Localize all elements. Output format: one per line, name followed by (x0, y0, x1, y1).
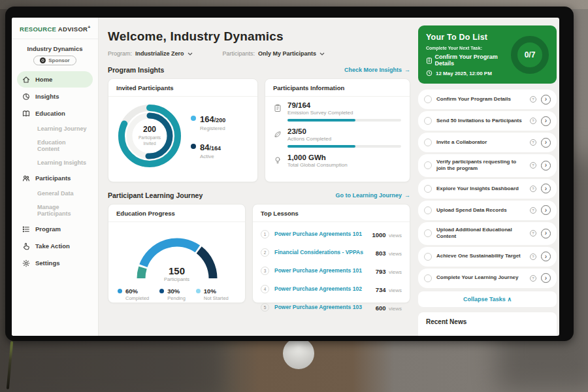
lesson-rank: 4 (261, 285, 269, 293)
home-icon (22, 75, 31, 84)
chevron-right-icon[interactable]: › (541, 184, 551, 193)
sidebar-item[interactable]: Education Content (17, 136, 93, 155)
participants-filter[interactable]: Participants: Only My Participants (223, 50, 325, 57)
lesson-row: 1 Power Purchase Agreements 101 1000 vie… (261, 225, 402, 243)
sidebar-item[interactable]: Home (17, 71, 93, 88)
legend-bullet (191, 116, 196, 121)
chevron-right-icon[interactable]: › (541, 138, 551, 148)
go-to-learning-journey-link[interactable]: Go to Learning Journey → (335, 192, 410, 199)
todo-progress-ring: 0/7 (511, 36, 549, 74)
education-progress-legend: 60% Completed 30% Pending 10% Not Starte… (108, 282, 245, 301)
chevron-right-icon[interactable]: › (541, 161, 551, 171)
lesson-link[interactable]: Financial Considerations - VPPAs (274, 249, 370, 255)
task-checkbox[interactable] (424, 206, 432, 214)
page-title: Welcome, Industry Dynamics (108, 29, 410, 44)
arrow-right-icon: → (404, 67, 410, 73)
lesson-row: 5 Power Purchase Agreements 103 600 view… (261, 298, 402, 316)
education-progress-card: Education Progress 150 Participants 60% … (108, 204, 246, 303)
participants-info-row: 1,000 GWh Total Global Consumption (274, 154, 401, 168)
todo-task[interactable]: Upload Spend Data Records ? › (418, 201, 557, 220)
sidebar-item[interactable]: Participants (17, 170, 93, 186)
sidebar-item[interactable]: Manage Participants (17, 201, 93, 220)
sidebar-item[interactable]: Take Action (17, 238, 93, 254)
help-icon: ? (530, 207, 536, 214)
todo-title: Your To Do List (426, 33, 507, 42)
todo-task[interactable]: Invite a Collaborator ? › (418, 133, 557, 152)
chevron-right-icon[interactable]: › (541, 116, 551, 126)
sidebar-item[interactable]: Learning Insights (17, 156, 93, 169)
sidebar-item[interactable]: Education (17, 105, 93, 122)
monitor-stand (283, 338, 314, 369)
section-title-program-insights: Program Insights (108, 66, 164, 74)
task-checkbox[interactable] (424, 253, 432, 261)
lesson-row: 4 Power Purchase Agreements 102 734 view… (261, 280, 402, 298)
sidebar-item[interactable]: Insights (17, 88, 93, 105)
lesson-rank: 1 (261, 230, 269, 238)
sponsor-badge: Sponsor (33, 56, 76, 65)
legend-bullet (118, 289, 122, 293)
task-checkbox[interactable] (424, 185, 432, 193)
program-filter[interactable]: Program: Industrialize Zero (108, 50, 193, 57)
chevron-down-icon (188, 52, 193, 56)
progress-bar (287, 145, 401, 148)
lesson-rank: 2 (261, 248, 269, 257)
task-checkbox[interactable] (424, 117, 432, 125)
sidebar-item[interactable]: Program (17, 221, 93, 237)
task-checkbox[interactable] (424, 161, 432, 169)
lesson-rank: 3 (261, 267, 269, 275)
actions-icon (274, 129, 282, 141)
help-icon: ? (530, 253, 536, 260)
logo-primary: RESOURCE (20, 25, 56, 33)
task-checkbox[interactable] (424, 229, 432, 237)
lesson-link[interactable]: Power Purchase Agreements 101 (274, 267, 370, 274)
lesson-link[interactable]: Power Purchase Agreements 103 (274, 304, 370, 310)
todo-task[interactable]: Complete Your Learning Journey ? › (418, 269, 557, 288)
check-more-insights-link[interactable]: Check More Insights → (344, 67, 410, 73)
lesson-link[interactable]: Power Purchase Agreements 102 (274, 286, 370, 292)
sidebar-item[interactable]: Learning Journey (17, 122, 93, 135)
chevron-right-icon[interactable]: › (541, 252, 551, 261)
collapse-tasks-link[interactable]: Collapse Tasks ∧ (418, 291, 557, 307)
sidebar-item[interactable]: Settings (17, 255, 93, 271)
lesson-link[interactable]: Power Purchase Agreements 101 (274, 231, 367, 237)
lesson-rank: 5 (261, 303, 269, 312)
section-title-learning-journey: Participant Learning Journey (108, 191, 203, 199)
help-icon: ? (530, 96, 536, 103)
invited-participants-card: Invited Participants 200 Participants In… (108, 78, 258, 182)
todo-task[interactable]: Achieve One Sustainability Target ? › (418, 247, 557, 267)
chevron-right-icon[interactable]: › (541, 273, 551, 283)
lesson-row: 3 Power Purchase Agreements 101 793 view… (261, 261, 402, 280)
chevron-down-icon (319, 52, 325, 56)
gauge-center-value: 150 (128, 265, 226, 276)
chevron-right-icon[interactable]: › (541, 229, 551, 238)
todo-task[interactable]: Send 50 Invitations to Participants ? › (418, 111, 557, 131)
legend-item: 10% Not Started (196, 287, 229, 301)
todo-subtitle: Complete Your Next Task: (426, 46, 507, 50)
todo-task[interactable]: Upload Additional Educational Content ? … (418, 222, 557, 245)
task-checkbox[interactable] (424, 95, 432, 103)
help-icon: ? (530, 275, 536, 282)
legend-item: 30% Pending (159, 287, 186, 301)
clock-icon (426, 70, 433, 76)
todo-task[interactable]: Confirm Your Program Details ? › (418, 90, 557, 109)
donut-center-label: Participants Invited (133, 135, 167, 147)
help-icon: ? (530, 139, 536, 146)
donut-center-value: 200 (143, 125, 156, 134)
todo-task[interactable]: Explore Your Insights Dashboard ? › (418, 179, 557, 199)
legend-item: 84/164 Active (191, 141, 225, 159)
task-checkbox[interactable] (424, 274, 432, 282)
chevron-up-icon: ∧ (507, 296, 512, 302)
education-progress-gauge: 150 Participants (128, 227, 226, 282)
task-checkbox[interactable] (424, 139, 432, 146)
todo-task[interactable]: Verify participants requesting to join t… (418, 154, 557, 177)
chevron-right-icon[interactable]: › (541, 205, 551, 215)
legend-bullet (196, 289, 201, 293)
filter-bar: Program: Industrialize Zero Participants… (108, 50, 410, 57)
participants-icon (22, 174, 31, 182)
chevron-right-icon[interactable]: › (541, 95, 551, 105)
progress-bar (287, 119, 401, 122)
sidebar-item[interactable]: General Data (17, 187, 93, 200)
help-icon: ? (530, 230, 536, 237)
todo-progress-value: 0/7 (525, 50, 536, 59)
legend-item: 164/200 Registered (191, 113, 225, 131)
